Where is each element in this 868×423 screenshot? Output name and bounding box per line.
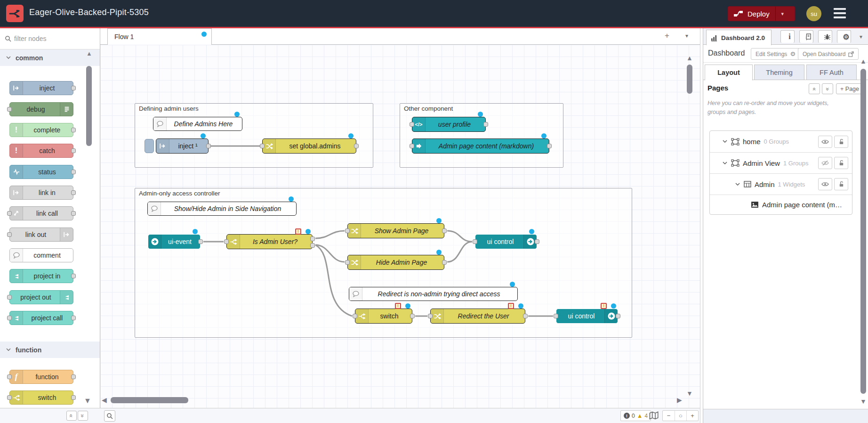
output-port[interactable]: [354, 144, 359, 148]
output-port[interactable]: [483, 122, 488, 127]
node-comment-show-hide-admin[interactable]: Show/Hide Admin in Side Navigation: [147, 202, 297, 216]
edit-settings-button[interactable]: Edit Settings ⚙: [751, 48, 800, 60]
palette-node-status[interactable]: status: [9, 165, 73, 179]
visibility-toggle-button[interactable]: [818, 136, 832, 148]
tree-row-admin-group[interactable]: Admin 1 Widgets: [710, 173, 852, 195]
help-tab-button[interactable]: [799, 30, 813, 43]
zoom-in-button[interactable]: +: [686, 411, 698, 421]
output-port[interactable]: [71, 316, 76, 320]
output-port[interactable]: [616, 314, 620, 318]
zoom-reset-button[interactable]: ○: [675, 411, 686, 421]
collapse-all-categories-button[interactable]: «: [66, 411, 77, 421]
notification-counts[interactable]: ! 0 ▲ 4: [620, 410, 651, 421]
input-port[interactable]: [345, 260, 350, 265]
output-port[interactable]: [442, 260, 447, 265]
input-port[interactable]: [7, 295, 12, 300]
palette-node-project-call[interactable]: project call: [9, 311, 73, 325]
visibility-off-toggle-button[interactable]: [818, 157, 832, 169]
expand-pages-button[interactable]: »: [822, 83, 833, 94]
palette-search[interactable]: [0, 28, 100, 49]
palette-category-common[interactable]: common: [0, 49, 100, 66]
sidebar-tabs-caret[interactable]: ▾: [860, 33, 862, 40]
node-inject[interactable]: inject ¹: [156, 138, 209, 154]
visibility-toggle-button[interactable]: [818, 178, 832, 190]
wire[interactable]: [447, 231, 472, 242]
node-user-profile[interactable]: </> user profile: [412, 117, 486, 132]
palette-category-function[interactable]: function: [0, 342, 100, 358]
palette-node-project-out[interactable]: project out: [9, 290, 73, 304]
output-port[interactable]: [547, 144, 552, 148]
sidebar-scroll-up-icon[interactable]: ▲: [860, 57, 867, 65]
tab-dashboard-2[interactable]: Dashboard 2.0: [706, 30, 772, 45]
open-dashboard-button[interactable]: Open Dashboard: [798, 48, 859, 60]
input-port[interactable]: [7, 232, 12, 237]
tree-row-admin-view[interactable]: Admin View 1 Groups: [710, 152, 852, 173]
output-port[interactable]: [198, 239, 203, 244]
input-port[interactable]: [353, 314, 357, 318]
palette-node-link-call[interactable]: link call: [9, 206, 73, 220]
config-tab-button[interactable]: ⚙: [837, 30, 851, 43]
input-port[interactable]: [410, 122, 414, 127]
wire[interactable]: [447, 242, 472, 262]
tab-theming[interactable]: Theming: [754, 65, 804, 80]
output-port[interactable]: [71, 374, 76, 379]
add-page-button[interactable]: + Page: [836, 83, 863, 94]
search-input[interactable]: [14, 35, 89, 42]
output-port[interactable]: [442, 228, 447, 233]
unlock-icon-button[interactable]: [834, 178, 848, 190]
tab-layout[interactable]: Layout: [705, 65, 753, 81]
input-port[interactable]: [345, 228, 350, 233]
input-port[interactable]: [224, 239, 229, 244]
node-comment-define-admins[interactable]: Define Admins Here: [153, 117, 242, 131]
node-admin-page-content[interactable]: Admin page content (markdown): [412, 138, 549, 154]
palette-scrollbar-thumb[interactable]: [86, 66, 92, 146]
sidebar-scroll-down-icon[interactable]: ▼: [860, 398, 867, 405]
canvas-vscrollbar-thumb[interactable]: [687, 65, 692, 94]
input-port[interactable]: [428, 314, 433, 318]
palette-node-project-in[interactable]: project in: [9, 269, 73, 283]
zoom-search-button[interactable]: [104, 410, 115, 422]
output-port[interactable]: [71, 170, 76, 174]
wire[interactable]: [315, 231, 345, 238]
input-port[interactable]: [7, 374, 12, 379]
deploy-button[interactable]: Deploy ▾: [728, 6, 795, 21]
input-port[interactable]: [410, 144, 414, 148]
palette-node-comment[interactable]: comment: [9, 248, 73, 262]
palette-node-switch[interactable]: switch: [9, 390, 73, 405]
palette-node-catch[interactable]: ! catch: [9, 144, 73, 158]
input-port[interactable]: [473, 239, 477, 244]
debug-tab-button[interactable]: [818, 30, 832, 43]
info-tab-button[interactable]: i: [780, 30, 795, 43]
output-port[interactable]: [523, 314, 528, 318]
output-port[interactable]: [71, 190, 76, 195]
node-ui-control-2[interactable]: ui control !: [556, 309, 618, 324]
palette-scroll-up-icon[interactable]: ▲: [86, 50, 92, 57]
tree-row-home[interactable]: home 0 Groups: [710, 131, 852, 152]
deploy-options-caret[interactable]: ▾: [775, 7, 789, 21]
zoom-out-button[interactable]: −: [663, 411, 675, 421]
unlock-icon-button[interactable]: [834, 136, 848, 148]
canvas-hscrollbar-thumb[interactable]: [111, 397, 188, 403]
expand-all-categories-button[interactable]: »: [78, 411, 88, 421]
palette-node-link-in[interactable]: link in: [9, 186, 73, 200]
canvas-scroll-left-icon[interactable]: ◀: [102, 396, 107, 404]
tab-flow-1[interactable]: Flow 1: [107, 28, 212, 45]
output-port[interactable]: [410, 314, 415, 318]
palette-scroll-down-icon[interactable]: ▼: [84, 397, 91, 405]
flow-list-caret[interactable]: ▾: [685, 33, 688, 39]
output-port[interactable]: [71, 211, 76, 216]
palette-node-link-out[interactable]: link out: [9, 228, 73, 242]
palette-node-inject[interactable]: inject: [9, 81, 73, 95]
palette-node-function[interactable]: f function: [9, 370, 73, 384]
node-ui-control-1[interactable]: ui control: [475, 234, 537, 249]
output-port-1[interactable]: [310, 236, 315, 241]
canvas-scroll-right-icon[interactable]: ▶: [677, 396, 682, 404]
output-port[interactable]: [71, 148, 76, 153]
output-port[interactable]: [535, 239, 539, 244]
output-port[interactable]: [206, 144, 211, 148]
node-ui-event[interactable]: ui-event: [148, 234, 201, 249]
palette-node-complete[interactable]: ! complete: [9, 123, 73, 137]
node-comment-redirect[interactable]: Redirect is non-admin trying direct acce…: [349, 287, 518, 301]
node-is-admin-user[interactable]: Is Admin User? !: [226, 234, 313, 249]
input-port[interactable]: [7, 211, 12, 216]
